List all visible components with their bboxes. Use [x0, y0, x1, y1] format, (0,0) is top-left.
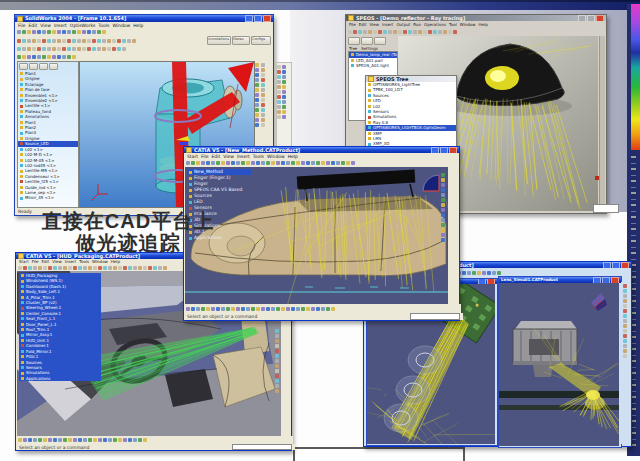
- toolbar-icon[interactable]: [112, 39, 116, 43]
- toolbar-icon[interactable]: [623, 324, 627, 328]
- close-button[interactable]: [449, 147, 457, 153]
- menu-item[interactable]: Window: [112, 23, 130, 28]
- toolbar-icon[interactable]: [47, 55, 51, 59]
- toolbar-icon[interactable]: [261, 161, 265, 165]
- toolbar-icon[interactable]: [277, 90, 281, 94]
- toolbar-icon[interactable]: [98, 266, 102, 270]
- toolbar-icon[interactable]: [276, 307, 280, 311]
- toolbar-icon[interactable]: [275, 389, 279, 393]
- speos-titlebar[interactable]: SPEOS - [Demo_reflector - Ray tracing]: [346, 15, 606, 21]
- menu-item[interactable]: Insert: [54, 23, 67, 28]
- close-button[interactable]: [621, 262, 629, 268]
- tree-tab[interactable]: [49, 63, 58, 70]
- toolbar-icon[interactable]: [236, 307, 240, 311]
- group-button[interactable]: Mates: [232, 36, 250, 45]
- toolbar-icon[interactable]: [261, 63, 265, 67]
- toolbar-icon[interactable]: [221, 161, 225, 165]
- toolbar-icon[interactable]: [78, 266, 82, 270]
- toolbar-icon[interactable]: [326, 307, 330, 311]
- toolbar-icon[interactable]: [623, 289, 627, 293]
- solidworks-titlebar[interactable]: SolidWorks 2004 - [Frame 10.1.654]: [15, 15, 273, 22]
- toolbar-icon[interactable]: [321, 307, 325, 311]
- toolbar-icon[interactable]: [113, 266, 117, 270]
- toolbar-icon[interactable]: [428, 30, 432, 34]
- toolbar-icon[interactable]: [368, 30, 372, 34]
- toolbar-icon[interactable]: [143, 438, 147, 442]
- toolbar-icon[interactable]: [163, 266, 167, 270]
- toolbar-icon[interactable]: [255, 98, 259, 102]
- toolbar-icon[interactable]: [18, 438, 22, 442]
- hud-command-field[interactable]: [232, 444, 292, 450]
- toolbar-icon[interactable]: [441, 188, 445, 192]
- toolbar-icon[interactable]: [52, 55, 56, 59]
- toolbar-icon[interactable]: [143, 266, 147, 270]
- toolbar-icon[interactable]: [255, 103, 259, 107]
- lens-child-right-viewport[interactable]: [499, 283, 619, 446]
- toolbar-icon[interactable]: [48, 438, 52, 442]
- toolbar-icon[interactable]: [68, 438, 72, 442]
- toolbar-icon[interactable]: [321, 161, 325, 165]
- toolbar-icon[interactable]: [497, 271, 501, 275]
- toolbar-icon[interactable]: [275, 334, 279, 338]
- toolbar-icon[interactable]: [261, 78, 265, 82]
- toolbar-icon[interactable]: [261, 307, 265, 311]
- toolbar-icon[interactable]: [38, 266, 42, 270]
- panel-button[interactable]: [348, 37, 360, 45]
- main-bottom-toolbar[interactable]: [184, 304, 461, 313]
- toolbar-icon[interactable]: [37, 47, 41, 51]
- toolbar-icon[interactable]: [53, 266, 57, 270]
- toolbar-icon[interactable]: [255, 68, 259, 72]
- maximize-button[interactable]: [587, 15, 595, 21]
- toolbar-icon[interactable]: [623, 299, 627, 303]
- toolbar-icon[interactable]: [255, 78, 259, 82]
- toolbar-icon[interactable]: [38, 438, 42, 442]
- toolbar-icon[interactable]: [57, 55, 61, 59]
- toolbar-icon[interactable]: [153, 266, 157, 270]
- toolbar-icon[interactable]: [22, 47, 26, 51]
- toolbar-icon[interactable]: [441, 218, 445, 222]
- toolbar-icon[interactable]: [196, 161, 200, 165]
- toolbar-icon[interactable]: [52, 39, 56, 43]
- menu-item[interactable]: File: [32, 259, 39, 264]
- menu-item[interactable]: View: [52, 259, 62, 264]
- toolbar-icon[interactable]: [77, 39, 81, 43]
- toolbar-icon[interactable]: [441, 178, 445, 182]
- toolbar-icon[interactable]: [353, 30, 357, 34]
- toolbar-icon[interactable]: [191, 161, 195, 165]
- toolbar-icon[interactable]: [87, 39, 91, 43]
- toolbar-icon[interactable]: [88, 266, 92, 270]
- toolbar-icon[interactable]: [226, 307, 230, 311]
- toolbar-icon[interactable]: [133, 438, 137, 442]
- toolbar-icon[interactable]: [255, 113, 259, 117]
- toolbar-icon[interactable]: [277, 105, 281, 109]
- toolbar-icon[interactable]: [122, 47, 126, 51]
- speos-small-field[interactable]: [593, 204, 619, 213]
- toolbar-icon[interactable]: [255, 118, 259, 122]
- toolbar-icon[interactable]: [42, 47, 46, 51]
- toolbar-icon[interactable]: [266, 307, 270, 311]
- toolbar-icon[interactable]: [393, 30, 397, 34]
- toolbar-icon[interactable]: [282, 80, 286, 84]
- toolbar-icon[interactable]: [363, 30, 367, 34]
- toolbar-icon[interactable]: [441, 173, 445, 177]
- toolbar-icon[interactable]: [246, 307, 250, 311]
- menu-item[interactable]: File: [201, 154, 209, 159]
- toolbar-icon[interactable]: [275, 369, 279, 373]
- toolbar-icon[interactable]: [271, 307, 275, 311]
- toolbar-icon[interactable]: [43, 438, 47, 442]
- toolbar-icon[interactable]: [58, 438, 62, 442]
- toolbar-icon[interactable]: [398, 30, 402, 34]
- toolbar-icon[interactable]: [296, 161, 300, 165]
- toolbar-icon[interactable]: [67, 47, 71, 51]
- toolbar-icon[interactable]: [17, 39, 21, 43]
- toolbar-icon[interactable]: [388, 30, 392, 34]
- toolbar-icon[interactable]: [37, 55, 41, 59]
- toolbar-icon[interactable]: [33, 438, 37, 442]
- toolbar-icon[interactable]: [87, 47, 91, 51]
- toolbar-icon[interactable]: [623, 309, 627, 313]
- toolbar-icon[interactable]: [107, 39, 111, 43]
- toolbar-icon[interactable]: [311, 161, 315, 165]
- menu-item[interactable]: Start: [19, 259, 29, 264]
- toolbar-icon[interactable]: [306, 161, 310, 165]
- toolbar-icon[interactable]: [277, 80, 281, 84]
